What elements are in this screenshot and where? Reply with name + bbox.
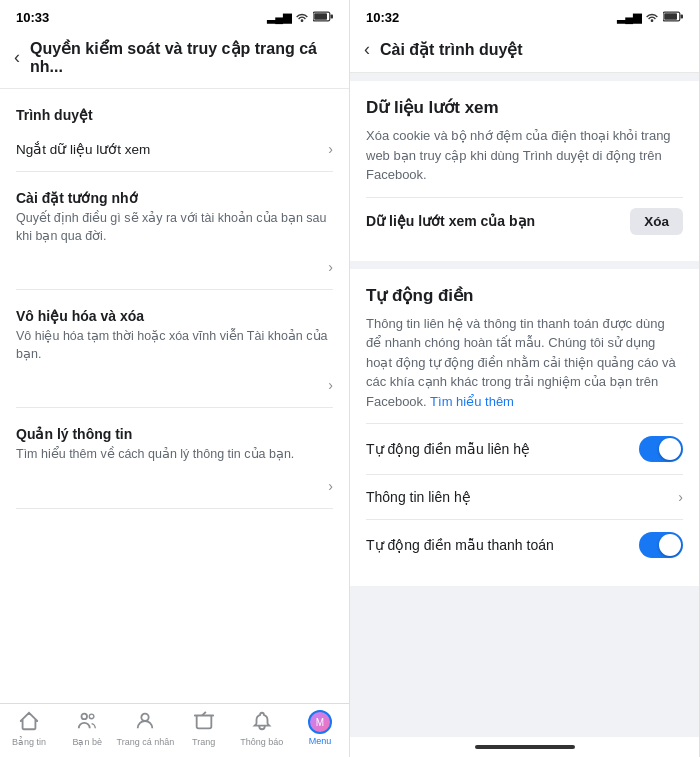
thong-tin-lien-he-row[interactable]: Thông tin liên hệ › bbox=[366, 474, 683, 519]
right-page-title: Cài đặt trình duyệt bbox=[380, 40, 523, 59]
vo-hieu-hoa-row[interactable]: › bbox=[16, 363, 333, 408]
trinh-duyet-label: Trình duyệt bbox=[16, 107, 333, 123]
thong-tin-chevron: › bbox=[678, 489, 683, 505]
home-indicator bbox=[350, 737, 699, 757]
cai-dat-tuong-nho-chevron: › bbox=[328, 259, 333, 275]
right-back-button[interactable]: ‹ bbox=[364, 39, 370, 60]
right-time: 10:32 bbox=[366, 10, 399, 25]
tab-ban-be[interactable]: Bạn bè bbox=[58, 710, 116, 747]
home-indicator-bar bbox=[475, 745, 575, 749]
tu-dong-dien-desc: Thông tin liên hệ và thông tin thanh toá… bbox=[366, 314, 683, 412]
xoa-button[interactable]: Xóa bbox=[630, 208, 683, 235]
toggle-1[interactable] bbox=[639, 436, 683, 462]
left-page-title: Quyền kiểm soát và truy cập trang cá nh.… bbox=[30, 39, 335, 76]
trinh-duyet-chevron: › bbox=[328, 141, 333, 157]
tu-dong-dien-card: Tự động điền Thông tin liên hệ và thông … bbox=[350, 269, 699, 587]
vo-hieu-hoa-section: Vô hiệu hóa và xóa Vô hiệu hóa tạm thời … bbox=[0, 290, 349, 408]
svg-rect-1 bbox=[314, 13, 327, 19]
tab-bang-tin-label: Bảng tin bbox=[12, 737, 46, 747]
left-page-header: ‹ Quyền kiểm soát và truy cập trang cá n… bbox=[0, 31, 349, 89]
quan-ly-chevron: › bbox=[328, 478, 333, 494]
du-lieu-desc: Xóa cookie và bộ nhớ đệm của điện thoại … bbox=[366, 126, 683, 185]
svg-rect-7 bbox=[664, 13, 677, 19]
tab-thong-bao[interactable]: Thông báo bbox=[233, 710, 291, 747]
cai-dat-tuong-nho-desc: Quyết định điều gì sẽ xảy ra với tài kho… bbox=[16, 210, 333, 245]
signal-icon: ▂▄▆ bbox=[267, 11, 291, 24]
trinh-duyet-section: Trình duyệt Ngắt dữ liệu lướt xem › bbox=[0, 89, 349, 172]
du-lieu-row: Dữ liệu lướt xem của bạn Xóa bbox=[366, 197, 683, 245]
battery-icon bbox=[313, 11, 333, 24]
trinh-duyet-row[interactable]: Ngắt dữ liệu lướt xem › bbox=[16, 127, 333, 172]
tab-trang-ca-nhan[interactable]: Trang cá nhân bbox=[116, 710, 174, 747]
friends-icon bbox=[76, 710, 98, 735]
menu-avatar: M bbox=[308, 710, 332, 734]
page-icon bbox=[193, 710, 215, 735]
vo-hieu-hoa-chevron: › bbox=[328, 377, 333, 393]
right-status-icons: ▂▄▆ bbox=[617, 11, 683, 24]
tab-thong-bao-label: Thông báo bbox=[240, 737, 283, 747]
left-content: Trình duyệt Ngắt dữ liệu lướt xem › Cài … bbox=[0, 89, 349, 703]
quan-ly-row[interactable]: › bbox=[16, 464, 333, 509]
du-lieu-label: Dữ liệu lướt xem của bạn bbox=[366, 213, 535, 229]
svg-point-3 bbox=[82, 714, 88, 720]
left-status-icons: ▂▄▆ bbox=[267, 11, 333, 24]
tab-trang-ca-nhan-label: Trang cá nhân bbox=[117, 737, 175, 747]
cai-dat-tuong-nho-row[interactable]: › bbox=[16, 245, 333, 290]
right-signal-icon: ▂▄▆ bbox=[617, 11, 641, 24]
right-panel: 10:32 ▂▄▆ ‹ Cài đặt trình duyệt Dữ liệu … bbox=[350, 0, 700, 757]
home-icon bbox=[18, 710, 40, 735]
vo-hieu-hoa-desc: Vô hiệu hóa tạm thời hoặc xóa vĩnh viễn … bbox=[16, 328, 333, 363]
trinh-duyet-row-label: Ngắt dữ liệu lướt xem bbox=[16, 141, 150, 157]
toggle-row-1: Tự động điền mẫu liên hệ bbox=[366, 423, 683, 474]
toggle-row-2: Tự động điền mẫu thanh toán bbox=[366, 519, 683, 570]
svg-point-4 bbox=[90, 714, 95, 719]
du-lieu-card: Dữ liệu lướt xem Xóa cookie và bộ nhớ đệ… bbox=[350, 81, 699, 261]
quan-ly-label: Quản lý thông tin bbox=[16, 426, 333, 442]
svg-point-5 bbox=[142, 714, 149, 721]
left-time: 10:33 bbox=[16, 10, 49, 25]
tu-dong-dien-title: Tự động điền bbox=[366, 285, 683, 306]
left-panel: 10:33 ▂▄▆ ‹ Quyền kiểm soát và truy cập … bbox=[0, 0, 350, 757]
right-wifi-icon bbox=[645, 11, 659, 24]
thong-tin-lien-he-label: Thông tin liên hệ bbox=[366, 489, 471, 505]
right-content: Dữ liệu lướt xem Xóa cookie và bộ nhớ đệ… bbox=[350, 73, 699, 737]
vo-hieu-hoa-label: Vô hiệu hóa và xóa bbox=[16, 308, 333, 324]
tim-hieu-them-link[interactable]: Tìm hiểu thêm bbox=[430, 394, 514, 409]
svg-rect-2 bbox=[331, 15, 333, 19]
wifi-icon bbox=[295, 11, 309, 24]
svg-rect-8 bbox=[681, 15, 683, 19]
left-back-button[interactable]: ‹ bbox=[14, 47, 20, 68]
right-page-header: ‹ Cài đặt trình duyệt bbox=[350, 31, 699, 73]
profile-icon bbox=[134, 710, 156, 735]
quan-ly-desc: Tìm hiểu thêm về cách quản lý thông tin … bbox=[16, 446, 333, 464]
tab-trang-label: Trang bbox=[192, 737, 215, 747]
tab-menu-label: Menu bbox=[309, 736, 332, 746]
tab-menu[interactable]: M Menu bbox=[291, 710, 349, 747]
left-status-bar: 10:33 ▂▄▆ bbox=[0, 0, 349, 31]
notification-icon bbox=[251, 710, 273, 735]
cai-dat-tuong-nho-label: Cài đặt tướng nhớ bbox=[16, 190, 333, 206]
tab-bang-tin[interactable]: Bảng tin bbox=[0, 710, 58, 747]
du-lieu-title: Dữ liệu lướt xem bbox=[366, 97, 683, 118]
right-battery-icon bbox=[663, 11, 683, 24]
tab-ban-be-label: Bạn bè bbox=[72, 737, 102, 747]
cai-dat-tuong-nho-section: Cài đặt tướng nhớ Quyết định điều gì sẽ … bbox=[0, 172, 349, 290]
right-status-bar: 10:32 ▂▄▆ bbox=[350, 0, 699, 31]
toggle-label-1: Tự động điền mẫu liên hệ bbox=[366, 441, 530, 457]
tab-bar: Bảng tin Bạn bè Trang cá nhân Trang Thôn… bbox=[0, 703, 349, 757]
toggle-2[interactable] bbox=[639, 532, 683, 558]
toggle-label-2: Tự động điền mẫu thanh toán bbox=[366, 537, 554, 553]
quan-ly-section: Quản lý thông tin Tìm hiểu thêm về cách … bbox=[0, 408, 349, 509]
tab-trang[interactable]: Trang bbox=[175, 710, 233, 747]
